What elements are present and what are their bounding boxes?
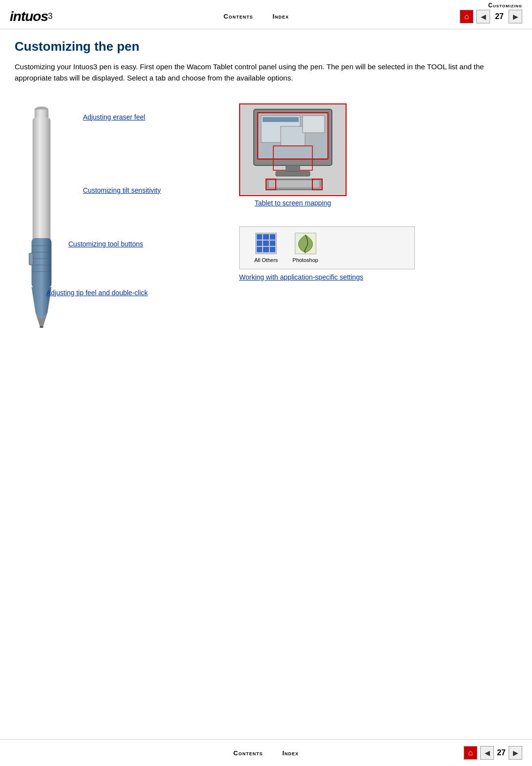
contents-link[interactable]: Contents: [224, 13, 253, 20]
footer-page-number: 27: [497, 748, 506, 757]
app-settings-area: All Others Photoshop: [239, 226, 415, 281]
logo-sub: 3: [48, 11, 53, 21]
footer-contents-link[interactable]: Contents: [233, 749, 263, 757]
photoshop-icon: [295, 233, 316, 254]
svg-rect-17: [303, 116, 325, 133]
header: intuos 3 Contents Index ⌂ ◀ 27 ▶: [0, 0, 532, 29]
tablet-screen-image: [239, 103, 347, 196]
svg-rect-1: [35, 109, 49, 118]
footer-next-button[interactable]: ▶: [509, 746, 522, 760]
footer-nav: Contents Index: [68, 749, 464, 757]
adjusting-tip-link[interactable]: Adjusting tip feel and double-click: [46, 289, 148, 297]
svg-rect-9: [29, 253, 33, 265]
intro-text: Customizing your Intuos3 pen is easy. Fi…: [15, 61, 493, 84]
svg-rect-2: [33, 117, 51, 257]
svg-rect-21: [276, 171, 310, 176]
header-right: ⌂ ◀ 27 ▶: [460, 10, 522, 23]
customizing-tilt-link[interactable]: Customizing tilt sensitivity: [83, 186, 161, 194]
right-column: Tablet to screen mapping: [239, 99, 517, 333]
app-icons-box: All Others Photoshop: [239, 226, 415, 269]
links-area: Adjusting eraser feel Customizing tilt s…: [15, 99, 517, 333]
tablet-mapping-link[interactable]: Tablet to screen mapping: [255, 199, 331, 207]
prev-button[interactable]: ◀: [476, 10, 490, 23]
logo-text: intuos: [10, 9, 48, 24]
svg-point-10: [40, 325, 43, 327]
customizing-tool-link[interactable]: Customizing tool buttons: [68, 240, 143, 248]
index-link[interactable]: Index: [272, 13, 289, 20]
main-content: Customizing the pen Customizing your Int…: [0, 29, 532, 343]
tablet-mapping-area: Tablet to screen mapping: [239, 103, 347, 207]
photoshop-label: Photoshop: [292, 257, 318, 263]
page-number: 27: [495, 12, 504, 21]
footer-index-link[interactable]: Index: [282, 749, 299, 757]
footer-prev-button[interactable]: ◀: [480, 746, 494, 760]
footer-right: ⌂ ◀ 27 ▶: [464, 746, 522, 760]
pen-illustration: [15, 99, 83, 333]
svg-rect-20: [286, 165, 300, 171]
app-settings-link[interactable]: Working with application-specific settin…: [239, 273, 363, 281]
svg-rect-15: [263, 117, 299, 122]
photoshop-feather-svg: [297, 234, 314, 253]
all-others-icon-item: All Others: [254, 233, 278, 263]
logo: intuos 3: [10, 9, 53, 24]
left-column: Adjusting eraser feel Customizing tilt s…: [15, 99, 239, 333]
page-title: Customizing the pen: [15, 39, 517, 54]
adjusting-eraser-link[interactable]: Adjusting eraser feel: [83, 113, 145, 121]
all-others-icon: [255, 233, 277, 254]
monitor-svg: [244, 107, 342, 192]
header-nav: Contents Index: [53, 13, 460, 20]
footer-home-button[interactable]: ⌂: [464, 746, 477, 760]
customizing-label: Customizing: [488, 2, 522, 9]
footer: Contents Index ⌂ ◀ 27 ▶: [0, 739, 532, 766]
next-button[interactable]: ▶: [509, 10, 522, 23]
all-others-label: All Others: [254, 257, 278, 263]
home-button[interactable]: ⌂: [460, 10, 473, 23]
photoshop-icon-item: Photoshop: [292, 233, 318, 263]
svg-rect-16: [281, 126, 305, 146]
